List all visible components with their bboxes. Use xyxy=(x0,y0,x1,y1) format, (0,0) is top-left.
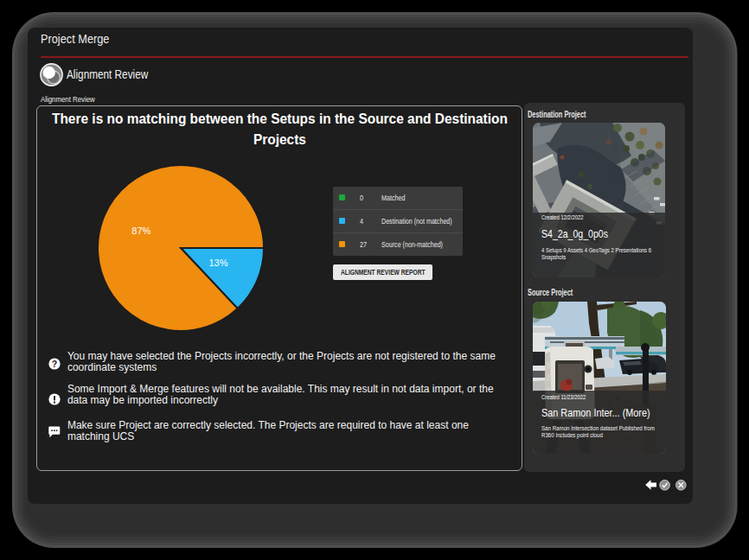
svg-text:?: ? xyxy=(52,359,57,369)
svg-text:13%: 13% xyxy=(209,258,228,268)
svg-text:87%: 87% xyxy=(132,226,151,236)
